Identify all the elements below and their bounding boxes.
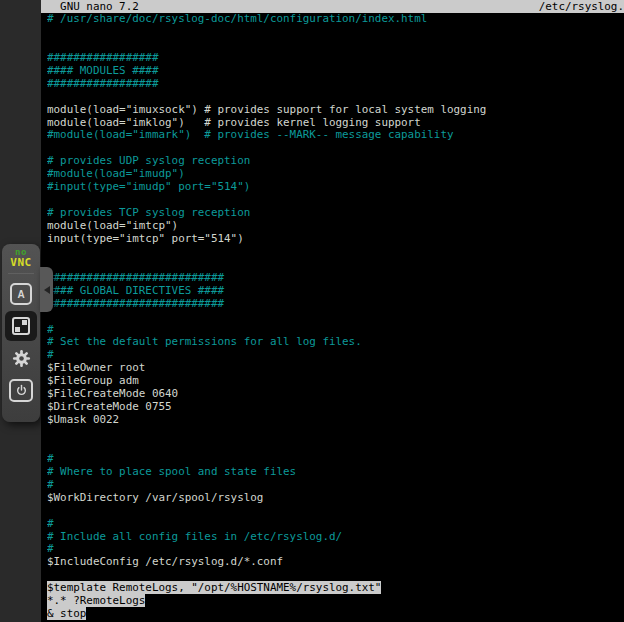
terminal-line: [47, 39, 624, 52]
terminal-line: #################: [47, 52, 624, 65]
terminal-line: # Set the default permissions for all lo…: [47, 336, 624, 349]
nano-filename-title: /etc/rsyslog.: [539, 0, 624, 13]
terminal-line: [47, 91, 624, 104]
terminal-line: [47, 505, 624, 518]
terminal-line: ###########################: [47, 272, 624, 285]
terminal-line: #### GLOBAL DIRECTIVES ####: [47, 285, 624, 298]
terminal-line: #### MODULES ####: [47, 65, 624, 78]
terminal-line: $Umask 0022: [47, 414, 624, 427]
terminal-line: $IncludeConfig /etc/rsyslog.d/*.conf: [47, 556, 624, 569]
terminal-line: #: [47, 479, 624, 492]
terminal-line: # Include all config files in /etc/rsysl…: [47, 531, 624, 544]
terminal-line: #input(type="imudp" port="514"): [47, 181, 624, 194]
terminal-line: # /usr/share/doc/rsyslog-doc/html/config…: [47, 13, 624, 26]
novnc-control-bar: no VNC A: [2, 244, 40, 422]
power-icon: [9, 379, 33, 402]
terminal-line: #################: [47, 78, 624, 91]
terminal-screen[interactable]: GNU nano 7.2 /etc/rsyslog. # /usr/share/…: [41, 0, 624, 622]
terminal-line: input(type="imtcp" port="514"): [47, 233, 624, 246]
terminal-line: [47, 311, 624, 324]
terminal-line: [47, 246, 624, 259]
fullscreen-icon: [12, 317, 30, 335]
terminal-line: [47, 26, 624, 39]
terminal-line: # Where to place spool and state files: [47, 466, 624, 479]
terminal-line: & stop: [47, 608, 624, 621]
terminal-line: #module(load="immark") # provides --MARK…: [47, 129, 624, 142]
terminal-line: ###########################: [47, 298, 624, 311]
novnc-logo: no VNC: [10, 248, 31, 268]
terminal-line: #: [47, 453, 624, 466]
nano-titlebar: GNU nano 7.2 /etc/rsyslog.: [41, 0, 624, 13]
nano-editor-content: # /usr/share/doc/rsyslog-doc/html/config…: [47, 13, 624, 622]
collapse-arrow-icon: [44, 286, 50, 294]
terminal-line: #: [47, 518, 624, 531]
terminal-line: [47, 440, 624, 453]
disconnect-button[interactable]: [5, 375, 37, 405]
terminal-line: [47, 427, 624, 440]
fullscreen-button[interactable]: [5, 311, 37, 341]
keyboard-button[interactable]: A: [5, 279, 37, 309]
terminal-line: [47, 259, 624, 272]
panel-divider: [8, 273, 34, 274]
nano-version-title: GNU nano 7.2: [41, 0, 139, 13]
settings-button[interactable]: [5, 343, 37, 373]
terminal-line: $DirCreateMode 0755: [47, 401, 624, 414]
terminal-line: module(load="imuxsock") # provides suppo…: [47, 104, 624, 117]
keyboard-key-icon: A: [10, 283, 32, 305]
terminal-line: $WorkDirectory /var/spool/rsyslog: [47, 492, 624, 505]
terminal-line: module(load="imtcp"): [47, 220, 624, 233]
control-bar-handle[interactable]: [40, 267, 53, 312]
novnc-logo-vnc: VNC: [10, 257, 31, 268]
gear-icon: [12, 349, 31, 368]
terminal-line: *.* ?RemoteLogs: [47, 595, 624, 608]
